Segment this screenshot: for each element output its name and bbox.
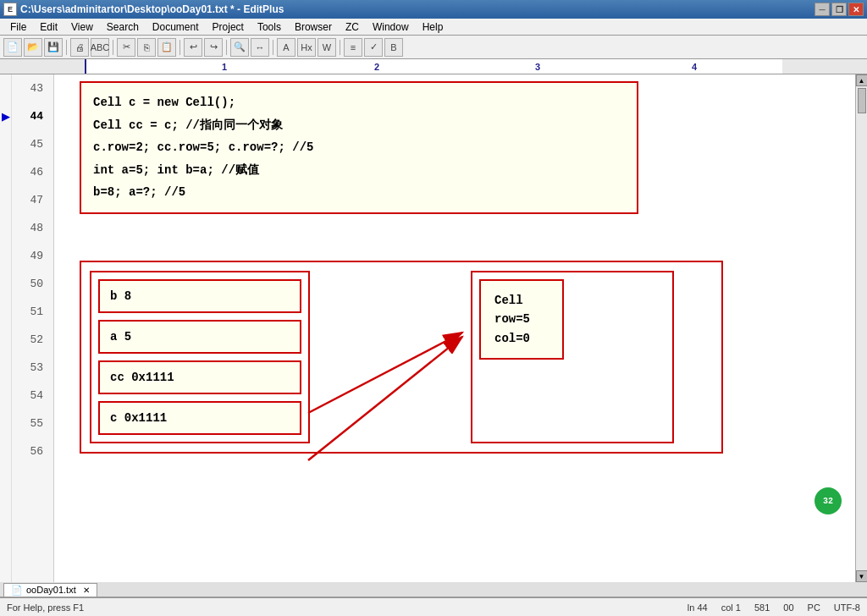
status-encoding: UTF-8 bbox=[834, 602, 860, 613]
tab-close-icon[interactable]: ✕ bbox=[83, 586, 90, 595]
code-line-1: Cell c = new Cell(); bbox=[93, 91, 625, 114]
menu-document[interactable]: Document bbox=[146, 19, 206, 35]
toolbar: 📄 📂 💾 🖨 ABC ✂ ⎘ 📋 ↩ ↪ 🔍 ↔ A Hx W ≡ ✓ B bbox=[0, 36, 867, 59]
tab-ooday01[interactable]: 📄 ooDay01.txt ✕ bbox=[3, 583, 97, 597]
code-line-3: c.row=2; cc.row=5; c.row=?; //5 bbox=[93, 136, 625, 159]
tab-label: ooDay01.txt bbox=[26, 585, 76, 595]
status-help: For Help, press F1 bbox=[7, 602, 84, 613]
toolbar-sep-4 bbox=[226, 40, 227, 55]
menu-search[interactable]: Search bbox=[100, 19, 146, 35]
paste-button[interactable]: 📋 bbox=[157, 38, 176, 57]
toolbar-sep-6 bbox=[340, 40, 340, 55]
diagram-container: Cell c = new Cell(); Cell cc = c; //指向同一… bbox=[54, 74, 855, 582]
tab-bar: 📄 ooDay01.txt ✕ bbox=[0, 582, 867, 597]
restore-button[interactable]: ❐ bbox=[831, 3, 847, 16]
hx-button[interactable]: Hx bbox=[297, 38, 316, 57]
minimize-button[interactable]: ─ bbox=[815, 3, 830, 16]
window-controls: ─ ❐ ✕ bbox=[815, 3, 864, 16]
code-line-5: b=8; a=?; //5 bbox=[93, 181, 625, 204]
editor-content[interactable]: Cell c = new Cell(); Cell cc = c; //指向同一… bbox=[54, 74, 855, 582]
stack-cell-b: b 8 bbox=[98, 279, 301, 313]
list-button[interactable]: ≡ bbox=[344, 38, 362, 57]
gutter-row-43 bbox=[0, 74, 11, 102]
font-button[interactable]: A bbox=[277, 38, 295, 57]
scroll-down-button[interactable]: ▼ bbox=[856, 570, 868, 582]
gutter-row-45 bbox=[0, 130, 11, 158]
check-button[interactable]: ✓ bbox=[364, 38, 383, 57]
open-button[interactable]: 📂 bbox=[24, 38, 42, 57]
heap-line1: Cell bbox=[494, 291, 549, 310]
code-box: Cell c = new Cell(); Cell cc = c; //指向同一… bbox=[80, 81, 638, 214]
menu-project[interactable]: Project bbox=[206, 19, 251, 35]
heap-line2: row=5 bbox=[494, 310, 549, 328]
status-col: col 1 bbox=[721, 602, 741, 613]
gutter-row-48 bbox=[0, 214, 11, 242]
line-num-48: 48 bbox=[12, 214, 48, 242]
scroll-thumb[interactable] bbox=[858, 88, 866, 113]
gutter-indicator: ▶ bbox=[0, 74, 12, 582]
editor-area: ▶ 43 44 45 46 47 48 49 50 51 52 53 54 55… bbox=[0, 74, 867, 582]
print-button[interactable]: 🖨 bbox=[70, 38, 89, 57]
line-num-45: 45 bbox=[12, 130, 48, 158]
bold-button[interactable]: B bbox=[384, 38, 403, 57]
gutter-row-52 bbox=[0, 326, 11, 354]
gutter-row-49 bbox=[0, 242, 11, 270]
line-num-43: 43 bbox=[12, 74, 48, 102]
line-num-51: 51 bbox=[12, 298, 48, 326]
line-num-53: 53 bbox=[12, 354, 48, 382]
replace-button[interactable]: ↔ bbox=[251, 38, 269, 57]
line-num-56: 56 bbox=[12, 437, 48, 465]
memory-section: b 8 a 5 cc 0x1111 c 0x1111 Cell row=5 co… bbox=[80, 261, 723, 454]
cut-button[interactable]: ✂ bbox=[117, 38, 135, 57]
new-button[interactable]: 📄 bbox=[3, 38, 22, 57]
menu-help[interactable]: Help bbox=[416, 19, 450, 35]
w-button[interactable]: W bbox=[318, 38, 336, 57]
menu-file[interactable]: File bbox=[3, 19, 33, 35]
undo-button[interactable]: ↩ bbox=[184, 38, 202, 57]
toolbar-sep-1 bbox=[66, 40, 67, 55]
toolbar-sep-2 bbox=[113, 40, 113, 55]
scroll-track[interactable] bbox=[856, 86, 867, 570]
gutter-row-54 bbox=[0, 382, 11, 410]
title-bar: E C:\Users\adminitartor\Desktop\ooDay01.… bbox=[0, 0, 867, 19]
find-button[interactable]: 🔍 bbox=[230, 38, 249, 57]
ruler: 1 2 3 4 bbox=[0, 59, 867, 74]
copy-button[interactable]: ⎘ bbox=[137, 38, 156, 57]
ruler-mark-2: 2 bbox=[374, 62, 379, 72]
menu-tools[interactable]: Tools bbox=[251, 19, 288, 35]
line-numbers: 43 44 45 46 47 48 49 50 51 52 53 54 55 5… bbox=[12, 74, 54, 582]
line-num-54: 54 bbox=[12, 382, 48, 410]
toolbar-sep-5 bbox=[273, 40, 273, 55]
ruler-mark-1: 1 bbox=[222, 62, 227, 72]
stack-area: b 8 a 5 cc 0x1111 c 0x1111 bbox=[90, 271, 310, 443]
gutter-row-46 bbox=[0, 158, 11, 186]
vertical-scrollbar[interactable]: ▲ ▼ bbox=[855, 74, 867, 582]
stack-cell-a: a 5 bbox=[98, 320, 301, 354]
menu-view[interactable]: View bbox=[64, 19, 100, 35]
ruler-mark-3: 3 bbox=[535, 62, 540, 72]
gutter-row-53 bbox=[0, 354, 11, 382]
status-mode: PC bbox=[808, 602, 820, 613]
line-num-46: 46 bbox=[12, 158, 48, 186]
close-button[interactable]: ✕ bbox=[848, 3, 864, 16]
stack-cell-c: c 0x1111 bbox=[98, 401, 301, 435]
line-num-47: 47 bbox=[12, 186, 48, 214]
status-bar: For Help, press F1 ln 44 col 1 581 00 PC… bbox=[0, 597, 867, 616]
spell-button[interactable]: ABC bbox=[91, 38, 109, 57]
gutter-row-50 bbox=[0, 270, 11, 298]
menu-bar: File Edit View Search Document Project T… bbox=[0, 19, 867, 36]
scroll-up-button[interactable]: ▲ bbox=[856, 74, 868, 86]
menu-browser[interactable]: Browser bbox=[288, 19, 339, 35]
menu-window[interactable]: Window bbox=[366, 19, 416, 35]
save-button[interactable]: 💾 bbox=[44, 38, 63, 57]
status-right: ln 44 col 1 581 00 PC UTF-8 bbox=[688, 602, 860, 613]
menu-zc[interactable]: ZC bbox=[339, 19, 366, 35]
menu-edit[interactable]: Edit bbox=[33, 19, 64, 35]
line-num-44: 44 bbox=[12, 102, 48, 130]
line-num-52: 52 bbox=[12, 326, 48, 354]
window-title: C:\Users\adminitartor\Desktop\ooDay01.tx… bbox=[20, 3, 284, 15]
toolbar-sep-3 bbox=[179, 40, 180, 55]
redo-button[interactable]: ↪ bbox=[204, 38, 223, 57]
heap-area: Cell row=5 col=0 bbox=[471, 271, 674, 443]
app-icon: E bbox=[3, 3, 17, 16]
